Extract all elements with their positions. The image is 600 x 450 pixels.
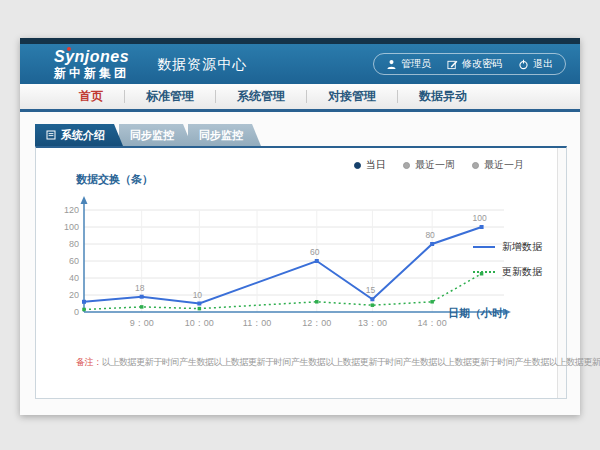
tab-label: 同步监控	[199, 128, 243, 143]
brand-name-cn: 新中新集团	[54, 67, 129, 79]
radio-last-week[interactable]: 最近一周	[403, 158, 455, 172]
y-tick-label: 100	[64, 222, 79, 232]
data-point-marker	[140, 305, 144, 309]
radio-today[interactable]: 当日	[354, 158, 386, 172]
data-point-marker	[480, 225, 484, 229]
logout-label: 退出	[533, 57, 553, 71]
user-button[interactable]: 管理员	[386, 57, 431, 71]
power-icon	[518, 59, 529, 70]
nav-item-interface-management[interactable]: 对接管理	[307, 88, 397, 105]
tab-sync-monitor-2[interactable]: 同步监控	[188, 124, 261, 146]
user-button-label: 管理员	[401, 57, 431, 71]
footnote-text: 以上数据更新于时间产生数据以上数据更新于时间产生数据以上数据更新于时间产生数据以…	[102, 357, 600, 367]
y-tick-label: 40	[69, 273, 79, 283]
tab-label: 系统介绍	[61, 128, 105, 143]
y-tick-label: 0	[74, 307, 79, 317]
user-toolbar: 管理员 修改密码 退出	[373, 53, 566, 75]
legend-line-solid-icon	[473, 246, 495, 248]
logout-button[interactable]: 退出	[518, 57, 553, 71]
data-point-marker	[82, 300, 86, 304]
data-point-marker	[140, 295, 144, 299]
tab-system-intro[interactable]: 系统介绍	[35, 124, 123, 146]
x-axis-title: 日期（小时）	[448, 306, 514, 321]
nav-item-system-management[interactable]: 系统管理	[216, 88, 306, 105]
y-tick-label: 120	[64, 205, 79, 215]
data-point-label: 15	[366, 285, 376, 295]
data-point-marker	[370, 297, 374, 301]
footnote: 备注：以上数据更新于时间产生数据以上数据更新于时间产生数据以上数据更新于时间产生…	[76, 356, 600, 369]
chart-legend: 新增数据 更新数据	[473, 240, 542, 279]
radio-label: 当日	[366, 158, 386, 172]
legend-item-update-data[interactable]: 更新数据	[473, 265, 542, 279]
x-tick-label: 14：00	[418, 318, 447, 328]
page-title: 数据资源中心	[157, 56, 247, 74]
legend-line-dotted-icon	[473, 271, 495, 273]
data-point-label: 10	[193, 290, 203, 300]
x-tick-label: 12：00	[302, 318, 331, 328]
radio-label: 最近一周	[415, 158, 455, 172]
radio-last-month[interactable]: 最近一月	[472, 158, 524, 172]
brand-name: Synjones	[54, 49, 129, 65]
edit-icon	[447, 59, 458, 70]
legend-label: 新增数据	[502, 240, 542, 254]
nav-item-home[interactable]: 首页	[58, 88, 124, 105]
change-password-button[interactable]: 修改密码	[447, 57, 502, 71]
app-window: Synjones 新中新集团 数据资源中心 管理员 修改密码 退出 首页 标准管…	[20, 38, 580, 415]
change-password-label: 修改密码	[462, 57, 502, 71]
data-point-marker	[430, 300, 434, 304]
tab-sync-monitor-1[interactable]: 同步监控	[119, 124, 192, 146]
x-tick-label: 11：00	[243, 318, 271, 328]
main-nav: 首页 标准管理 系统管理 对接管理 数据异动	[20, 84, 580, 112]
brand-logo: Synjones 新中新集团	[54, 49, 129, 79]
data-point-marker	[315, 300, 319, 304]
document-icon	[46, 130, 56, 140]
y-axis-arrow-icon	[81, 196, 88, 204]
logo-accent-dot	[67, 47, 71, 51]
data-point-marker	[430, 242, 434, 246]
y-tick-label: 20	[69, 290, 79, 300]
radio-label: 最近一月	[484, 158, 524, 172]
y-tick-label: 60	[69, 256, 79, 266]
x-tick-label: 10：00	[185, 318, 214, 328]
legend-item-new-data[interactable]: 新增数据	[473, 240, 542, 254]
data-point-marker	[198, 307, 202, 311]
radio-dot	[403, 162, 410, 169]
nav-item-data-change[interactable]: 数据异动	[398, 88, 488, 105]
data-point-label: 60	[310, 247, 320, 257]
data-point-marker	[371, 303, 375, 307]
x-tick-label: 13：00	[358, 318, 387, 328]
chart-panel: 当日 最近一周 最近一月 数据交换（条） 0204060801001209：00…	[35, 146, 567, 399]
legend-label: 更新数据	[502, 265, 542, 279]
radio-dot	[472, 162, 479, 169]
data-point-marker	[315, 259, 319, 263]
header-bar: Synjones 新中新集团 数据资源中心 管理员 修改密码 退出	[20, 44, 580, 84]
x-tick-label: 9：00	[130, 318, 154, 328]
radio-dot-selected	[354, 162, 361, 169]
time-range-options: 当日 最近一周 最近一月	[354, 158, 524, 172]
data-point-label: 18	[135, 283, 145, 293]
data-point-marker	[197, 302, 201, 306]
user-icon	[386, 59, 397, 70]
tab-bar: 系统介绍 同步监控 同步监控	[35, 124, 261, 146]
nav-item-standard-management[interactable]: 标准管理	[125, 88, 215, 105]
y-tick-label: 80	[69, 239, 79, 249]
data-point-label: 80	[425, 230, 435, 240]
data-point-label: 100	[472, 213, 486, 223]
footnote-prefix: 备注：	[76, 357, 102, 367]
data-point-marker	[82, 308, 86, 312]
tab-label: 同步监控	[130, 128, 174, 143]
y-axis-title: 数据交换（条）	[76, 172, 153, 187]
